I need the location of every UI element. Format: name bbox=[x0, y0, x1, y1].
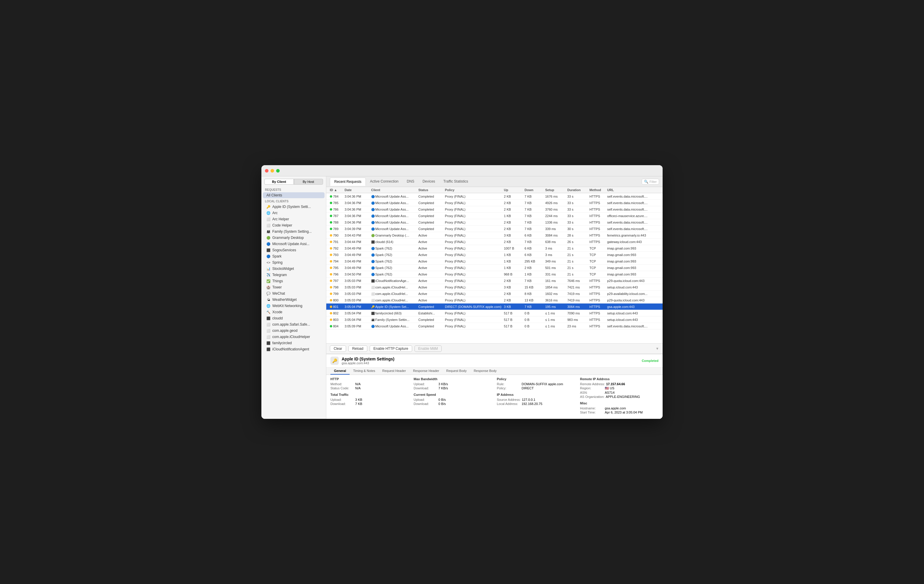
enable-http-button[interactable]: Enable HTTP Capture bbox=[370, 345, 412, 352]
td-status: Active bbox=[417, 291, 444, 296]
bw-upload-row: Upload: 3 KB/s bbox=[414, 382, 492, 386]
sidebar-item-sogou[interactable]: ⬛SogouServices bbox=[263, 247, 325, 253]
td-duration: 21 s bbox=[566, 272, 588, 277]
td-setup: 1336 ms bbox=[544, 220, 566, 225]
table-row[interactable]: 792 3:04:49 PM 🔵Spark (762) Active Proxy… bbox=[326, 245, 663, 252]
td-status: Active bbox=[417, 259, 444, 264]
sidebar-item-spring[interactable]: <>Spring bbox=[263, 259, 325, 266]
table-row[interactable]: 789 3:04:39 PM 🔵Microsoft Update Ass... … bbox=[326, 226, 663, 232]
tab-traffic[interactable]: Traffic Statistics bbox=[439, 178, 472, 186]
table-row[interactable]: 790 3:04:43 PM 🟢Grammarly Desktop (… Act… bbox=[326, 232, 663, 239]
detail-tab-response-body[interactable]: Response Body bbox=[470, 368, 500, 374]
td-setup: 3084 ms bbox=[544, 233, 566, 238]
client-icon: ⬜ bbox=[266, 217, 271, 221]
table-row[interactable]: 787 3:04:36 PM 🔵Microsoft Update Ass... … bbox=[326, 213, 663, 219]
table-row[interactable]: 796 3:04:50 PM 🔵Spark (762) Active Proxy… bbox=[326, 271, 663, 277]
detail-tab-general[interactable]: General bbox=[330, 368, 350, 374]
tab-active[interactable]: Active Connection bbox=[366, 178, 403, 186]
sidebar-item-code-helper[interactable]: ⬜Code Helper bbox=[263, 223, 325, 228]
bw-download-value: 7 KB/s bbox=[438, 386, 448, 390]
client-label: com.apple.geod bbox=[272, 328, 297, 333]
table-row[interactable]: 793 3:04:49 PM 🔵Spark (762) Active Proxy… bbox=[326, 252, 663, 258]
sidebar-all-clients[interactable]: All Clients bbox=[263, 192, 325, 198]
sidebar-item-microsoft[interactable]: 🔵Microsoft Update Assi... bbox=[263, 241, 325, 247]
by-host-button[interactable]: By Host bbox=[294, 179, 323, 185]
td-duration: 7090 ms bbox=[566, 311, 588, 315]
enable-mitm-button[interactable]: Enable MitM bbox=[414, 345, 442, 352]
client-icon: 🟢 bbox=[266, 236, 271, 240]
sidebar-item-arc[interactable]: 🌐Arc bbox=[263, 210, 325, 216]
sidebar-item-icloudnotif[interactable]: ⬛iCloudNotificationAgent bbox=[263, 346, 325, 352]
maximize-button[interactable] bbox=[276, 169, 280, 173]
sidebar-item-weatherwidget[interactable]: 🌤WeatherWidget bbox=[263, 297, 325, 303]
td-down: 8 KB bbox=[523, 291, 544, 296]
td-date: 3:04:36 PM bbox=[343, 220, 370, 225]
sidebar-item-tower[interactable]: 🏰Tower bbox=[263, 284, 325, 290]
sidebar-item-stockswidget[interactable]: 📊StocksWidget bbox=[263, 266, 325, 272]
tab-dns[interactable]: DNS bbox=[403, 178, 418, 186]
detail-tab-request-header[interactable]: Request Header bbox=[379, 368, 409, 374]
td-setup: 3 ms bbox=[544, 246, 566, 251]
table-row[interactable]: 785 3:04:36 PM 🔵Microsoft Update Ass... … bbox=[326, 200, 663, 206]
td-url: setup.icloud.com:443 bbox=[606, 311, 660, 315]
tab-devices[interactable]: Devices bbox=[418, 178, 439, 186]
by-client-button[interactable]: By Client bbox=[264, 179, 294, 185]
td-id: 797 bbox=[328, 279, 343, 283]
sidebar-item-xcode[interactable]: 🔨Xcode bbox=[263, 309, 325, 315]
close-button[interactable] bbox=[265, 169, 269, 173]
table-row[interactable]: 784 3:04:36 PM 🔵Microsoft Update Ass... … bbox=[326, 193, 663, 200]
table-row[interactable]: 786 3:04:36 PM 🔵Microsoft Update Ass... … bbox=[326, 206, 663, 213]
minimize-button[interactable] bbox=[271, 169, 274, 173]
clear-button[interactable]: Clear bbox=[330, 345, 346, 352]
table-row[interactable]: 799 3:05:03 PM ⬜com.apple.iCloudHel... A… bbox=[326, 290, 663, 297]
td-id: 794 bbox=[328, 259, 343, 264]
requests-table[interactable]: ID ▲ Date Client Status Policy Up Down S… bbox=[326, 187, 663, 343]
td-up: 2 KB bbox=[503, 291, 523, 296]
table-row[interactable]: 800 3:05:03 PM ⬜com.apple.iCloudHel... A… bbox=[326, 297, 663, 304]
td-duration: 3064 ms bbox=[566, 304, 588, 309]
table-row[interactable]: 795 3:04:49 PM 🔵Spark (762) Active Proxy… bbox=[326, 265, 663, 271]
detail-tab-request-body[interactable]: Request Body bbox=[443, 368, 470, 374]
sidebar-item-grammarly[interactable]: 🟢Grammarly Desktop bbox=[263, 235, 325, 241]
reload-button[interactable]: Reload bbox=[348, 345, 367, 352]
td-status: Active bbox=[417, 246, 444, 251]
table-row[interactable]: 788 3:04:36 PM 🔵Microsoft Update Ass... … bbox=[326, 219, 663, 226]
table-row[interactable]: 801 3:05:04 PM 🔑Apple ID (System Set... … bbox=[326, 304, 663, 310]
tab-recent[interactable]: Recent Requests bbox=[330, 178, 366, 186]
client-label: Telegram bbox=[272, 273, 287, 277]
client-label: WeatherWidget bbox=[272, 298, 297, 302]
sidebar-item-familycircled[interactable]: ⬛familycircled bbox=[263, 340, 325, 346]
sidebar-item-things[interactable]: ✅Things bbox=[263, 278, 325, 284]
table-row[interactable]: 804 3:05:09 PM 🔵Microsoft Update Ass... … bbox=[326, 323, 663, 330]
detail-app-icon: 🔑 bbox=[330, 356, 339, 365]
td-down: 7 KB bbox=[523, 194, 544, 199]
detail-tab-response-header[interactable]: Response Header bbox=[409, 368, 443, 374]
td-up: 968 B bbox=[503, 272, 523, 277]
sidebar-item-geod[interactable]: ⬜com.apple.geod bbox=[263, 328, 325, 333]
sidebar-item-webkit[interactable]: 🌐WebKit Networking bbox=[263, 303, 325, 309]
td-up: 2 KB bbox=[503, 201, 523, 205]
table-row[interactable]: 802 3:05:04 PM ⬛familycircled (663) Esta… bbox=[326, 310, 663, 317]
table-row[interactable]: 791 3:04:44 PM ⬛cloudd (614) Active Prox… bbox=[326, 239, 663, 245]
sidebar-item-cloudd[interactable]: ⬛cloudd bbox=[263, 315, 325, 321]
sidebar-item-safari[interactable]: ⬜com.apple.Safari.Safe... bbox=[263, 322, 325, 327]
sidebar-item-spark[interactable]: 🔵Spark bbox=[263, 253, 325, 259]
table-row[interactable]: 797 3:05:03 PM ⬛iCloudNotificationAge...… bbox=[326, 277, 663, 284]
sidebar-item-icloudhelper[interactable]: ⬜com.apple.iCloudHelper bbox=[263, 334, 325, 340]
sidebar-item-arc-helper[interactable]: ⬜Arc Helper bbox=[263, 216, 325, 222]
td-url: p29-availability.icloud.com... bbox=[606, 291, 660, 296]
sidebar-item-apple-id[interactable]: 🔑Apple ID (System Setti... bbox=[263, 204, 325, 210]
sidebar-item-wechat[interactable]: 💬WeChat bbox=[263, 290, 325, 297]
table-row[interactable]: 798 3:05:03 PM ⬜com.apple.iCloudHel... A… bbox=[326, 284, 663, 290]
table-row[interactable]: 794 3:04:49 PM 🔵Spark (762) Active Proxy… bbox=[326, 258, 663, 265]
filter-box[interactable]: 🔍 Filter bbox=[642, 179, 659, 185]
misc-hostname-value: gsa.apple.com bbox=[605, 406, 626, 410]
td-duration: 7419 ms bbox=[566, 291, 588, 296]
td-client: 🔵Microsoft Update Ass... bbox=[370, 194, 417, 199]
td-duration: 28 s bbox=[566, 233, 588, 238]
detail-tab-timing--notes[interactable]: Timing & Notes bbox=[350, 368, 379, 374]
sidebar-item-telegram[interactable]: ✈️Telegram bbox=[263, 272, 325, 278]
table-row[interactable]: 803 3:05:04 PM 👨‍👩‍👧Family (System Setti… bbox=[326, 317, 663, 323]
td-url: self.events.data.microsoft.... bbox=[606, 226, 660, 231]
sidebar-item-family[interactable]: 👨‍👩‍👧Family (System Setting... bbox=[263, 229, 325, 234]
